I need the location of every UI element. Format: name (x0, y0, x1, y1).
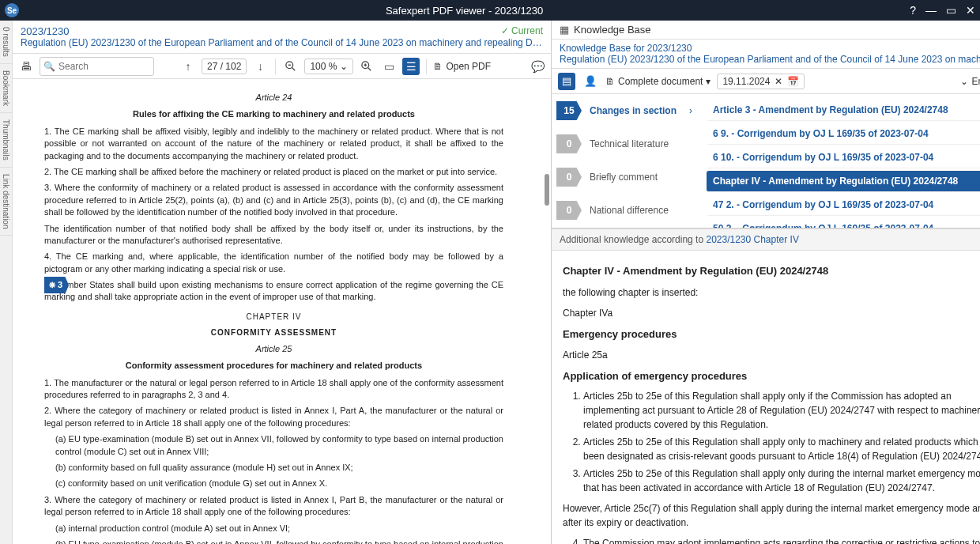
doc-title: Regulation (EU) 2023/1230 of the Europea… (21, 37, 543, 48)
clear-date-icon[interactable]: ✕ (775, 76, 782, 87)
pdf-paragraph: 1. The manufacturer or the natural or le… (44, 377, 503, 402)
kb-title: Knowledge Base (574, 24, 651, 36)
titlebar: Se Safexpert PDF viewer - 2023/1230 ? — … (0, 0, 980, 21)
open-pdf-button[interactable]: 🗎 Open PDF (433, 61, 491, 72)
side-tab-link-destination[interactable]: Link destination (0, 168, 12, 236)
kb-view-doc-icon[interactable]: ▤ (558, 73, 575, 90)
scrollbar-thumb[interactable] (545, 174, 549, 206)
close-icon[interactable]: ✕ (966, 4, 975, 17)
detail-list-item: Articles 25b to 25e of this Regulation s… (583, 435, 980, 463)
pdf-list-item: (b) EU type-examination (module B) set o… (44, 538, 503, 544)
svg-line-1 (292, 67, 296, 70)
kb-item[interactable]: 50 2. - Corrigendum by OJ L 169/35 of 20… (707, 218, 980, 228)
kb-detail-link[interactable]: 2023/1230 Chapter IV (706, 234, 798, 245)
chapter-label: CHAPTER IV (44, 312, 503, 323)
pdf-icon: 🗎 (433, 61, 443, 72)
kb-cat-label: Changes in section (582, 105, 689, 116)
language-dropdown[interactable]: ⌄ English ▾ (960, 76, 980, 87)
window-controls: ? — ▭ ✕ (910, 4, 975, 17)
help-icon[interactable]: ? (910, 4, 916, 17)
maximize-icon[interactable]: ▭ (946, 4, 956, 17)
detail-list-item: Articles 25b to 25e of this Regulation s… (583, 467, 980, 495)
fit-width-icon[interactable]: ▭ (380, 58, 398, 75)
kb-cat-comment[interactable]: 0 Briefly comment (552, 161, 702, 194)
kb-item[interactable]: 6 10. - Corrigendum by OJ L 169/35 of 20… (707, 147, 980, 168)
count-badge: 0 (556, 168, 582, 187)
kb-item[interactable]: 47 2. - Corrigendum by OJ L 169/35 of 20… (707, 195, 980, 216)
minimize-icon[interactable]: — (925, 4, 937, 17)
list-view-icon[interactable]: ☰ (402, 58, 420, 75)
kb-detail-header: Additional knowledge according to 2023/1… (552, 229, 980, 251)
pdf-paragraph: 1. The CE marking shall be affixed visib… (44, 126, 503, 162)
kb-subheader: Knowledge Base for 2023/1230 Regulation … (552, 40, 980, 69)
kb-categories: 15 Changes in section › 0 Technical lite… (552, 94, 702, 228)
pdf-list-item: (c) conformity based on unit verificatio… (44, 478, 503, 489)
detail-ordered-list: Articles 25b to 25e of this Regulation s… (563, 389, 980, 495)
app-icon: Se (5, 3, 19, 17)
pdf-paragraph: 3. Where the category of machinery or re… (44, 494, 503, 519)
kb-cat-changes[interactable]: 15 Changes in section › (552, 94, 702, 127)
article-title: Conformity assessment procedures for mac… (44, 360, 503, 372)
book-icon: ▦ (560, 24, 569, 36)
detail-title: Chapter IV - Amendment by Regulation (EU… (563, 263, 980, 279)
article-title: Rules for affixing the CE marking to mac… (44, 108, 503, 120)
detail-text: Article 25a (563, 348, 980, 362)
document-icon: 🗎 (605, 76, 615, 87)
chevron-down-icon: ⌄ (960, 76, 968, 87)
kb-for-label: Knowledge Base for 2023/1230 (560, 43, 980, 54)
detail-text: However, Article 25c(7) of this Regulati… (563, 501, 980, 530)
page-indicator[interactable]: 27 / 102 (202, 59, 247, 74)
pdf-paragraph: 2. Where the category of machinery or re… (44, 405, 503, 429)
kb-cat-label: National difference (582, 205, 702, 216)
pdf-list-item: (b) conformity based on full quality ass… (44, 462, 503, 474)
chevron-down-icon: ⌄ (340, 61, 348, 72)
doc-id: 2023/1230 (21, 25, 543, 37)
pdf-paragraph: 4. The CE marking and, where applicable,… (44, 251, 503, 275)
zoom-level[interactable]: 100 %⌄ (304, 59, 353, 74)
zoom-in-icon[interactable] (358, 58, 375, 75)
detail-ordered-list: The Commission may adopt implementing ac… (563, 536, 980, 545)
count-badge: 0 (556, 134, 582, 153)
side-tabs: 0 results Bookmark Thumbnails Link desti… (0, 21, 13, 544)
count-badge: 15 (556, 101, 582, 120)
kb-item[interactable]: Article 3 - Amendment by Regulation (EU)… (707, 100, 980, 121)
pdf-paragraph: The identification number of that notifi… (44, 223, 503, 247)
page-down-icon[interactable]: ↓ (251, 58, 269, 75)
pdf-paragraph: 3. Where the conformity of machinery or … (44, 182, 503, 218)
search-group: 🔍 (40, 57, 154, 76)
kb-cat-label: Technical literature (582, 138, 702, 149)
side-tab-thumbnails[interactable]: Thumbnails (0, 113, 12, 168)
comment-icon[interactable]: 💬 (529, 58, 546, 75)
doc-header: 2023/1230 Regulation (EU) 2023/1230 of t… (13, 21, 551, 54)
pdf-list-item: (a) internal production control (module … (44, 523, 503, 535)
pdf-content[interactable]: 3 Article 24 Rules for affixing the CE m… (13, 79, 551, 544)
kb-view-person-icon[interactable]: 👤 (582, 73, 599, 90)
doc-scope-dropdown[interactable]: 🗎 Complete document ▾ (605, 76, 710, 87)
kb-item[interactable]: Chapter IV - Amendment by Regulation (EU… (707, 171, 980, 192)
change-marker[interactable]: 3 (44, 277, 69, 293)
search-input[interactable] (55, 61, 150, 72)
detail-heading: Application of emergency procedures (563, 368, 980, 384)
kb-detail-content[interactable]: Chapter IV - Amendment by Regulation (EU… (552, 251, 980, 544)
side-tab-bookmark[interactable]: Bookmark (0, 64, 12, 113)
pdf-paragraph: 5. Member States shall build upon existi… (44, 279, 503, 304)
detail-heading: Emergency procedures (563, 327, 980, 342)
date-filter[interactable]: 19.11.2024 ✕ 📅 (717, 74, 805, 89)
search-icon[interactable]: 🔍 (43, 61, 55, 72)
zoom-out-icon[interactable] (282, 58, 300, 75)
pdf-paragraph: 2. The CE marking shall be affixed befor… (44, 166, 503, 178)
print-icon[interactable]: 🖶 (17, 58, 35, 75)
svg-line-4 (368, 67, 371, 70)
window-title: Safexpert PDF viewer - 2023/1230 (19, 5, 910, 17)
kb-item-list[interactable]: Article 3 - Amendment by Regulation (EU)… (702, 94, 980, 228)
chevron-down-icon: ▾ (706, 76, 710, 87)
detail-list-item: The Commission may adopt implementing ac… (583, 536, 980, 545)
page-up-icon[interactable]: ↑ (179, 58, 197, 75)
kb-header: ▦ Knowledge Base (552, 21, 980, 40)
kb-item[interactable]: 6 9. - Corrigendum by OJ L 169/35 of 202… (707, 123, 980, 145)
calendar-icon[interactable]: 📅 (787, 76, 799, 87)
kb-cat-label: Briefly comment (582, 172, 702, 183)
kb-cat-technical[interactable]: 0 Technical literature (552, 127, 702, 161)
side-tab-results[interactable]: 0 results (0, 21, 12, 64)
kb-cat-national[interactable]: 0 National difference (552, 194, 702, 227)
